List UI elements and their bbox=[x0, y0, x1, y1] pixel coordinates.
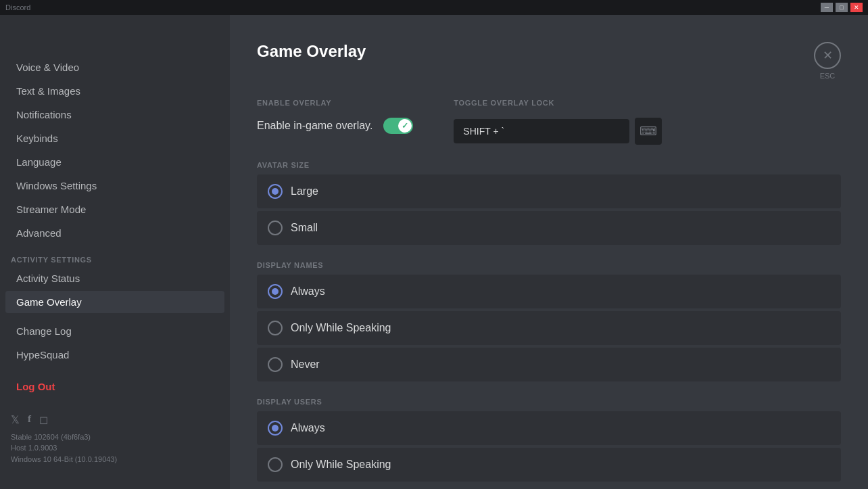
display-names-never-label: Never bbox=[291, 358, 320, 371]
keybind-keyboard-icon-button[interactable]: ⌨ bbox=[635, 118, 662, 145]
display-names-never-radio bbox=[268, 357, 283, 372]
titlebar: Discord ─ □ ✕ bbox=[0, 0, 868, 15]
instagram-icon[interactable]: ◻ bbox=[39, 413, 48, 426]
activity-settings-label: Activity Settings bbox=[0, 245, 230, 266]
avatar-large-label: Large bbox=[291, 185, 318, 197]
avatar-large-radio bbox=[268, 184, 283, 199]
sidebar-item-text-images[interactable]: Text & Images bbox=[5, 80, 224, 102]
sidebar-item-activity-status[interactable]: Activity Status bbox=[5, 267, 224, 289]
display-names-speaking-option[interactable]: Only While Speaking bbox=[257, 311, 841, 345]
radio-inner-dn-always bbox=[272, 288, 279, 295]
close-window-button[interactable]: ✕ bbox=[850, 3, 863, 12]
display-users-speaking-option[interactable]: Only While Speaking bbox=[257, 448, 841, 482]
sidebar-item-windows-settings[interactable]: Windows Settings bbox=[5, 174, 224, 197]
avatar-size-section-label: Avatar Size bbox=[257, 161, 841, 169]
sidebar-item-voice-video[interactable]: Voice & Video bbox=[5, 56, 224, 78]
sidebar-item-game-overlay[interactable]: Game Overlay bbox=[5, 291, 224, 313]
display-names-always-radio bbox=[268, 284, 283, 299]
display-names-always-label: Always bbox=[291, 285, 325, 298]
avatar-small-label: Small bbox=[291, 222, 318, 234]
sidebar-footer: 𝕏 f ◻ Stable 102604 (4bf6fa3) Host 1.0.9… bbox=[0, 402, 230, 476]
enable-overlay-toggle[interactable]: ✓ bbox=[383, 118, 413, 134]
sidebar: Voice & Video Text & Images Notification… bbox=[0, 15, 230, 489]
radio-inner bbox=[272, 188, 279, 195]
toggle-overlay-lock-col: Toggle Overlay Lock ⌨ bbox=[454, 99, 662, 145]
twitter-icon[interactable]: 𝕏 bbox=[11, 413, 20, 426]
social-links: 𝕏 f ◻ bbox=[11, 413, 219, 426]
display-names-speaking-label: Only While Speaking bbox=[291, 322, 391, 334]
sidebar-item-notifications[interactable]: Notifications bbox=[5, 103, 224, 126]
window-controls: ─ □ ✕ bbox=[821, 3, 863, 12]
sidebar-item-advanced[interactable]: Advanced bbox=[5, 222, 224, 244]
keybind-input[interactable] bbox=[454, 119, 629, 143]
avatar-large-option[interactable]: Large bbox=[257, 174, 841, 208]
app-title: Discord bbox=[5, 3, 30, 11]
radio-inner-du-always bbox=[272, 425, 279, 432]
avatar-small-radio bbox=[268, 220, 283, 235]
close-btn-label: ESC bbox=[820, 72, 836, 80]
display-users-section-label: Display Users bbox=[257, 398, 841, 406]
display-users-always-label: Always bbox=[291, 422, 325, 434]
minimize-button[interactable]: ─ bbox=[821, 3, 833, 12]
sidebar-item-change-log[interactable]: Change Log bbox=[5, 320, 224, 342]
display-users-always-option[interactable]: Always bbox=[257, 411, 841, 445]
display-users-speaking-label: Only While Speaking bbox=[291, 459, 391, 471]
enable-overlay-text: Enable in-game overlay. bbox=[257, 120, 372, 132]
close-page-button[interactable]: ✕ bbox=[814, 42, 841, 69]
page-header: Game Overlay ✕ ESC bbox=[257, 42, 841, 80]
toggle-check-icon: ✓ bbox=[402, 121, 408, 131]
restore-button[interactable]: □ bbox=[836, 3, 848, 12]
display-users-always-radio bbox=[268, 421, 283, 436]
toggle-knob: ✓ bbox=[398, 119, 412, 133]
toggle-overlay-lock-label: Toggle Overlay Lock bbox=[454, 99, 662, 107]
enable-overlay-row: Enable Overlay Enable in-game overlay. ✓… bbox=[257, 99, 841, 145]
close-button-wrap: ✕ ESC bbox=[814, 42, 841, 80]
logout-button[interactable]: Log Out bbox=[5, 375, 224, 398]
sidebar-item-hypesquad[interactable]: HypeSquad bbox=[5, 344, 224, 366]
app-body: Voice & Video Text & Images Notification… bbox=[0, 15, 868, 489]
sidebar-item-streamer-mode[interactable]: Streamer Mode bbox=[5, 198, 224, 220]
display-names-never-option[interactable]: Never bbox=[257, 348, 841, 381]
display-users-speaking-radio bbox=[268, 457, 283, 472]
enable-overlay-col: Enable Overlay Enable in-game overlay. ✓ bbox=[257, 99, 413, 134]
display-names-section-label: Display Names bbox=[257, 261, 841, 269]
page-title: Game Overlay bbox=[257, 42, 366, 61]
sidebar-item-keybinds[interactable]: Keybinds bbox=[5, 127, 224, 149]
facebook-icon[interactable]: f bbox=[28, 413, 31, 426]
display-names-speaking-radio bbox=[268, 321, 283, 335]
enable-overlay-label: Enable Overlay bbox=[257, 99, 413, 107]
avatar-small-option[interactable]: Small bbox=[257, 211, 841, 245]
keybind-field: ⌨ bbox=[454, 118, 662, 145]
main-content: Game Overlay ✕ ESC Enable Overlay Enable… bbox=[230, 15, 868, 489]
sidebar-item-language[interactable]: Language bbox=[5, 151, 224, 173]
version-info: Stable 102604 (4bf6fa3) Host 1.0.9003 Wi… bbox=[11, 432, 219, 465]
display-names-always-option[interactable]: Always bbox=[257, 275, 841, 308]
